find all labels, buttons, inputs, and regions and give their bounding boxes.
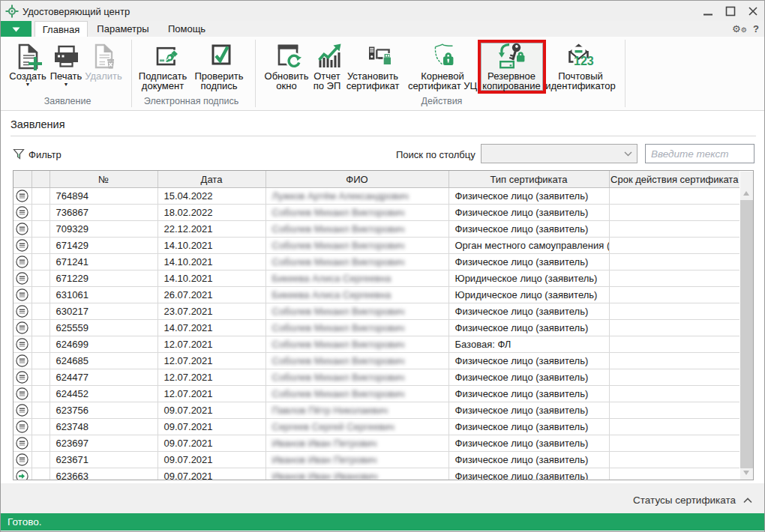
svg-text:123: 123	[574, 55, 594, 67]
